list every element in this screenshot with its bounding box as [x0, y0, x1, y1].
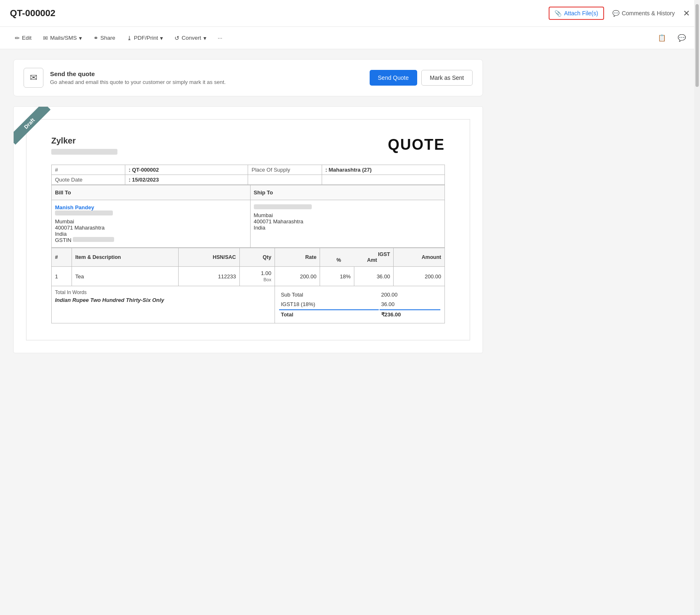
- item-igst-pct: 18%: [320, 267, 354, 286]
- banner-description: Go ahead and email this quote to your cu…: [50, 79, 363, 85]
- quote-meta-table: # : QT-000002 Place Of Supply : Maharash…: [51, 165, 445, 185]
- item-rate: 200.00: [275, 267, 320, 286]
- envelope-icon: ✉: [24, 68, 43, 88]
- sub-total-label: Sub Total: [279, 290, 379, 299]
- grand-total-label: Total: [279, 309, 379, 319]
- convert-icon: ↺: [174, 35, 179, 41]
- item-amount: 200.00: [394, 267, 445, 286]
- bill-to-content: Manish Pandey Mumbai 400071 Maharashtra …: [52, 200, 251, 248]
- col-hash: #: [52, 248, 72, 267]
- col-igst: IGST % Amt: [320, 248, 394, 267]
- comments-history-button[interactable]: 💬 Comments & History: [612, 10, 675, 17]
- mail-icon: ✉: [43, 35, 48, 41]
- bill-gstin: GSTIN: [55, 237, 247, 243]
- toolbar: ✏ Edit ✉ Mails/SMS ▾ ⚭ Share ⤓ PDF/Print…: [0, 27, 700, 49]
- pdf-chevron-icon: ▾: [160, 35, 163, 41]
- ship-to-content: Mumbai 400071 Maharashtra India: [250, 200, 444, 248]
- quote-number-value: : QT-000002: [125, 165, 248, 175]
- ship-address-blurred: [254, 204, 312, 209]
- quote-title-text: QUOTE: [388, 136, 445, 153]
- ship-to-header: Ship To: [250, 185, 444, 200]
- chat-icon-button[interactable]: 💬: [674, 31, 690, 45]
- address-table: Bill To Ship To Manish Pandey Mumbai 400…: [51, 185, 445, 248]
- share-icon: ⚭: [93, 35, 98, 41]
- send-quote-banner: ✉ Send the quote Go ahead and email this…: [13, 59, 483, 96]
- scrollbar-thumb[interactable]: [695, 4, 699, 87]
- place-of-supply-label: Place Of Supply: [248, 165, 322, 175]
- pdf-print-button[interactable]: ⤓ PDF/Print ▾: [122, 32, 168, 44]
- bill-city: Mumbai: [55, 218, 247, 225]
- ship-postal: 400071 Maharashtra: [254, 218, 441, 225]
- banner-actions: Send Quote Mark as Sent: [370, 70, 473, 86]
- share-button[interactable]: ⚭ Share: [88, 32, 120, 44]
- col-item-desc: Item & Description: [72, 248, 178, 267]
- comment-icon: 💬: [612, 10, 619, 17]
- clipboard-icon-button[interactable]: 📋: [654, 31, 670, 45]
- close-button[interactable]: ✕: [683, 9, 690, 17]
- more-button[interactable]: ···: [213, 32, 227, 44]
- item-hsn: 112233: [178, 267, 239, 286]
- mails-sms-chevron-icon: ▾: [79, 35, 82, 41]
- mark-as-sent-button[interactable]: Mark as Sent: [421, 70, 473, 86]
- grand-total-value: ₹236.00: [380, 309, 440, 319]
- col-rate: Rate: [275, 248, 320, 267]
- convert-button[interactable]: ↺ Convert ▾: [170, 32, 211, 44]
- table-row: 1 Tea 112233 1.00Box 200.00 18% 36.00 20…: [52, 267, 445, 286]
- totals-breakdown-cell: Sub Total 200.00 IGST18 (18%) 36.00 Tota…: [275, 286, 445, 323]
- igst18-label: IGST18 (18%): [279, 300, 379, 309]
- place-of-supply-value: : Maharashtra (27): [322, 165, 444, 175]
- items-table: # Item & Description HSN/SAC Qty Rate IG…: [51, 248, 445, 323]
- scrollbar[interactable]: [694, 0, 700, 615]
- col-amount: Amount: [394, 248, 445, 267]
- company-name: Zylker: [51, 136, 117, 146]
- send-quote-button[interactable]: Send Quote: [370, 70, 417, 86]
- convert-chevron-icon: ▾: [203, 35, 206, 41]
- customer-name: Manish Pandey: [55, 204, 247, 211]
- company-address-blurred: [51, 149, 117, 155]
- quote-date-label: Quote Date: [52, 175, 125, 185]
- bill-address-blurred: [55, 211, 113, 215]
- ship-city: Mumbai: [254, 212, 441, 218]
- quote-document-wrapper: Draft Zylker QUOTE # : QT-000002 Place O…: [13, 106, 483, 353]
- gstin-blurred: [73, 237, 114, 242]
- item-desc: Tea: [72, 267, 178, 286]
- igst18-value: 36.00: [380, 300, 440, 309]
- total-in-words-cell: Total In Words Indian Rupee Two Hundred …: [52, 286, 275, 323]
- quote-number-label: #: [52, 165, 125, 175]
- ship-country: India: [254, 225, 441, 231]
- banner-text: Send the quote Go ahead and email this q…: [50, 70, 363, 85]
- banner-title: Send the quote: [50, 70, 363, 77]
- company-info: Zylker: [51, 136, 117, 155]
- attach-files-button[interactable]: 📎 Attach File(s): [549, 7, 604, 20]
- main-content: ✉ Send the quote Go ahead and email this…: [0, 49, 496, 363]
- bill-to-header: Bill To: [52, 185, 251, 200]
- total-in-words-label: Total In Words: [55, 290, 271, 295]
- edit-button[interactable]: ✏ Edit: [10, 32, 36, 44]
- toolbar-right: 📋 💬: [654, 31, 690, 45]
- sub-total-value: 200.00: [380, 290, 440, 299]
- draft-ribbon: Draft: [14, 107, 59, 152]
- item-num: 1: [52, 267, 72, 286]
- bill-postal: 400071 Maharashtra: [55, 225, 247, 231]
- col-hsn-sac: HSN/SAC: [178, 248, 239, 267]
- bill-country: India: [55, 231, 247, 237]
- totals-breakdown-table: Sub Total 200.00 IGST18 (18%) 36.00 Tota…: [278, 290, 441, 320]
- item-qty: 1.00Box: [239, 267, 275, 286]
- quote-company-header: Zylker QUOTE: [51, 136, 445, 155]
- draft-label: Draft: [14, 107, 50, 145]
- paperclip-icon: 📎: [554, 10, 561, 17]
- col-qty: Qty: [239, 248, 275, 267]
- pdf-icon: ⤓: [127, 35, 132, 41]
- pencil-icon: ✏: [15, 35, 20, 41]
- total-in-words-value: Indian Rupee Two Hundred Thirty-Six Only: [55, 297, 271, 303]
- mails-sms-button[interactable]: ✉ Mails/SMS ▾: [38, 32, 87, 44]
- quote-date-value: : 15/02/2023: [125, 175, 248, 185]
- quote-document: Zylker QUOTE # : QT-000002 Place Of Supp…: [26, 119, 470, 340]
- page-header: QT-000002 📎 Attach File(s) 💬 Comments & …: [0, 0, 700, 27]
- header-actions: 📎 Attach File(s) 💬 Comments & History ✕: [549, 7, 690, 20]
- item-igst-amt: 36.00: [354, 267, 394, 286]
- page-title: QT-000002: [10, 8, 55, 19]
- toolbar-left: ✏ Edit ✉ Mails/SMS ▾ ⚭ Share ⤓ PDF/Print…: [10, 32, 227, 44]
